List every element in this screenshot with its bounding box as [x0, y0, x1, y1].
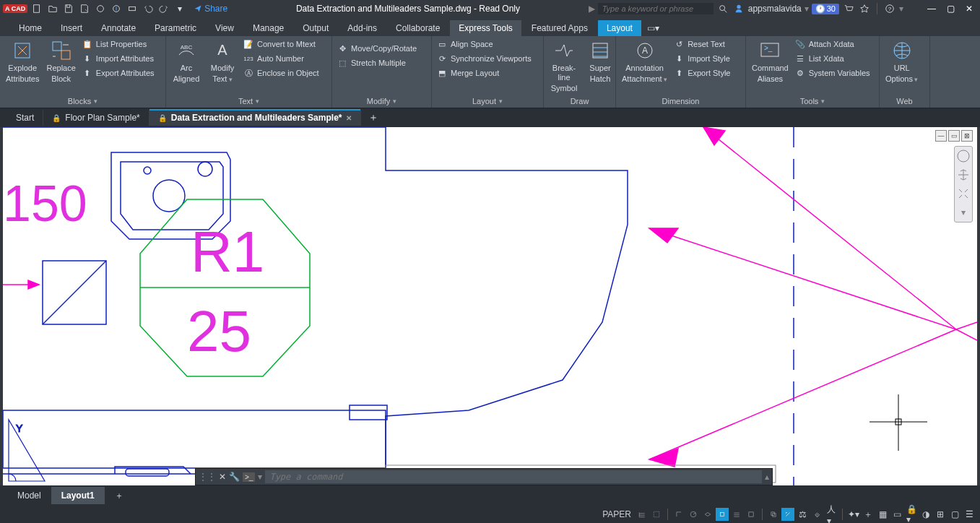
- saveas-icon[interactable]: [78, 2, 91, 15]
- share-button[interactable]: Share: [194, 4, 227, 14]
- zoom-extents-icon[interactable]: [956, 186, 971, 201]
- panel-label-tools[interactable]: Tools: [749, 95, 876, 108]
- web-save-icon[interactable]: [110, 2, 123, 15]
- cmdline-close-icon[interactable]: ✕: [219, 472, 226, 482]
- transparency-icon[interactable]: [745, 508, 758, 521]
- search-icon[interactable]: [716, 2, 729, 15]
- nav-more-icon[interactable]: ▾: [956, 205, 971, 220]
- cmdline-handle-icon[interactable]: ⋮⋮: [199, 472, 216, 482]
- open-icon[interactable]: [46, 2, 59, 15]
- undo-icon[interactable]: [142, 2, 155, 15]
- paper-toggle[interactable]: PAPER: [599, 508, 634, 521]
- polar-icon[interactable]: [687, 508, 700, 521]
- export-style-button[interactable]: ⬆Export Style: [672, 66, 732, 79]
- attach-xdata-button[interactable]: 📎Attach Xdata: [793, 38, 872, 51]
- annotation-attachment-button[interactable]: A Annotation Attachment: [619, 38, 670, 86]
- breakline-button[interactable]: Break-line Symbol: [547, 38, 581, 95]
- new-icon[interactable]: [30, 2, 43, 15]
- sync-viewports-button[interactable]: ⟳Synchronize Viewports: [435, 52, 533, 65]
- isolate-icon[interactable]: ◑: [919, 508, 932, 521]
- add-tab-button[interactable]: ＋: [361, 108, 386, 127]
- lock-ui-icon[interactable]: 🔒▾: [905, 508, 918, 521]
- enclose-object-button[interactable]: ⒶEnclose in Object: [241, 66, 321, 79]
- tab-manage[interactable]: Manage: [244, 20, 292, 36]
- filetab-floorplan[interactable]: 🔒 Floor Plan Sample*: [43, 110, 149, 126]
- add-layout-button[interactable]: ＋: [105, 486, 134, 506]
- plot-icon[interactable]: [126, 2, 139, 15]
- tab-insert[interactable]: Insert: [52, 20, 91, 36]
- quick-props-icon[interactable]: ▭: [890, 508, 903, 521]
- panel-label-modify[interactable]: Modify: [335, 95, 428, 108]
- user-icon[interactable]: [732, 2, 745, 15]
- move-copy-rotate-button[interactable]: ✥Move/Copy/Rotate: [335, 42, 418, 55]
- close-tab-icon[interactable]: ✕: [346, 114, 352, 122]
- convert-mtext-button[interactable]: 📝Convert to Mtext: [241, 38, 321, 51]
- system-variables-button[interactable]: ⚙System Variables: [793, 66, 872, 79]
- hardware-accel-icon[interactable]: ⊞: [934, 508, 947, 521]
- maximize-button[interactable]: ▢: [942, 2, 958, 15]
- reset-text-button[interactable]: ↺Reset Text: [672, 38, 732, 51]
- tab-addins[interactable]: Add-ins: [339, 20, 386, 36]
- stretch-multiple-button[interactable]: ⬚Stretch Multiple: [335, 56, 418, 69]
- cmdline-expand-icon[interactable]: ▴: [765, 472, 769, 482]
- grid-icon[interactable]: [636, 508, 649, 521]
- url-options-button[interactable]: URL Options: [883, 38, 921, 86]
- isodraft-icon[interactable]: [701, 508, 714, 521]
- super-hatch-button[interactable]: Super Hatch: [583, 38, 617, 85]
- tab-output[interactable]: Output: [294, 20, 337, 36]
- replace-block-button[interactable]: Replace Block: [43, 38, 78, 85]
- import-style-button[interactable]: ⬇Import Style: [672, 52, 732, 65]
- panel-label-blocks[interactable]: Blocks: [3, 95, 162, 108]
- help-icon[interactable]: ?: [883, 2, 896, 15]
- qat-dropdown-icon[interactable]: ▾: [173, 2, 186, 15]
- close-button[interactable]: ✕: [961, 2, 977, 15]
- search-input[interactable]: [598, 3, 714, 14]
- ortho-icon[interactable]: [672, 508, 685, 521]
- list-xdata-button[interactable]: ☰List Xdata: [793, 52, 872, 65]
- cmdline-config-icon[interactable]: 🔧: [229, 472, 240, 482]
- model-tab[interactable]: Model: [7, 487, 51, 504]
- lineweight-icon[interactable]: [730, 508, 743, 521]
- customize-icon[interactable]: ☰: [963, 508, 976, 521]
- vp-close-icon[interactable]: ⊠: [961, 130, 973, 142]
- tab-home[interactable]: Home: [10, 20, 51, 36]
- layout1-tab[interactable]: Layout1: [51, 487, 105, 504]
- username[interactable]: appsmalavida: [748, 4, 802, 14]
- tab-view[interactable]: View: [207, 20, 243, 36]
- annotation-scale-icon[interactable]: [781, 508, 794, 521]
- trial-badge[interactable]: 🕐 30: [812, 4, 839, 14]
- tab-collaborate[interactable]: Collaborate: [387, 20, 448, 36]
- import-attributes-button[interactable]: ⬇Import Attributes: [80, 52, 156, 65]
- vp-max-icon[interactable]: ▭: [948, 130, 960, 142]
- redo-icon[interactable]: [157, 2, 170, 15]
- workspace-icon[interactable]: ✦▾: [847, 508, 860, 521]
- panel-label-text[interactable]: Text: [169, 95, 329, 108]
- panel-label-layout[interactable]: Layout: [435, 95, 540, 108]
- auto-scale-icon[interactable]: ⟐: [810, 508, 823, 521]
- drawing-canvas[interactable]: Y 150 R1 25 — ▭ ⊠: [3, 127, 977, 485]
- snap-icon[interactable]: [650, 508, 663, 521]
- pan-icon[interactable]: [956, 168, 971, 182]
- modify-text-button[interactable]: A Modify Text: [205, 38, 240, 86]
- selection-cycling-icon[interactable]: [767, 508, 780, 521]
- clean-screen-icon[interactable]: ▢: [948, 508, 961, 521]
- filetab-active[interactable]: 🔒 Data Extraction and Multileaders Sampl…: [149, 110, 362, 126]
- tab-annotate[interactable]: Annotate: [92, 20, 144, 36]
- annotation-monitor-icon[interactable]: ＋: [862, 508, 875, 521]
- units-icon[interactable]: ▦: [876, 508, 889, 521]
- align-space-button[interactable]: ▭Align Space: [435, 38, 533, 51]
- explode-attributes-button[interactable]: Explode Attributes: [3, 38, 42, 85]
- filetab-start[interactable]: Start: [7, 110, 43, 126]
- tab-layout[interactable]: Layout: [598, 20, 641, 36]
- scale-list-icon[interactable]: 人▾: [825, 508, 838, 521]
- save-icon[interactable]: [62, 2, 75, 15]
- osnap-icon[interactable]: [716, 508, 729, 521]
- cart-icon[interactable]: [842, 2, 855, 15]
- tab-parametric[interactable]: Parametric: [146, 20, 205, 36]
- auto-number-button[interactable]: 123Auto Number: [241, 52, 321, 65]
- tab-featured-apps[interactable]: Featured Apps: [523, 20, 597, 36]
- tab-express-tools[interactable]: Express Tools: [450, 20, 521, 36]
- nav-wheel-icon[interactable]: [956, 149, 971, 163]
- export-attributes-button[interactable]: ⬆Export Attributes: [80, 66, 156, 79]
- minimize-button[interactable]: —: [924, 2, 940, 15]
